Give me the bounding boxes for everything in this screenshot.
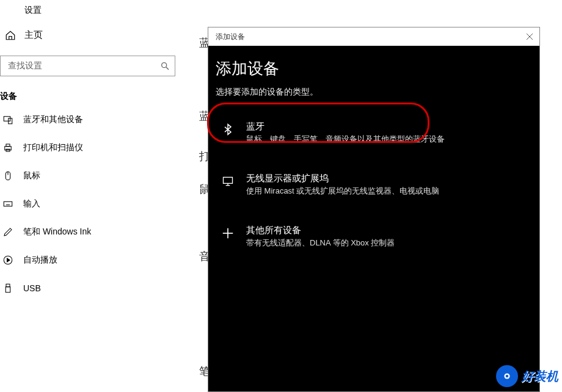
pen-icon bbox=[2, 227, 13, 238]
svg-rect-21 bbox=[224, 177, 233, 183]
svg-rect-2 bbox=[4, 117, 10, 122]
option-desc: 使用 Miracast 或无线扩展坞的无线监视器、电视或电脑 bbox=[246, 186, 439, 197]
svg-rect-4 bbox=[5, 147, 12, 150]
watermark-text: 好装机 bbox=[522, 368, 558, 385]
device-option-bluetooth[interactable]: 蓝牙 鼠标、键盘、手写笔、音频设备以及其他类型的蓝牙设备 bbox=[216, 115, 532, 151]
watermark: 好装机 bbox=[496, 365, 558, 387]
home-label: 主页 bbox=[24, 29, 43, 41]
sidebar-item-typing[interactable]: 输入 bbox=[0, 190, 183, 218]
svg-marker-16 bbox=[7, 258, 10, 262]
settings-sidebar: 设置 主页 查找设置 设备 蓝牙和其他设备 打印机和扫描仪 鼠标 bbox=[0, 0, 183, 392]
dialog-titlebar-title: 添加设备 bbox=[216, 32, 245, 42]
option-title: 其他所有设备 bbox=[246, 225, 395, 236]
search-input[interactable]: 查找设置 bbox=[0, 56, 175, 76]
printer-icon bbox=[2, 142, 13, 153]
dialog-heading: 添加设备 bbox=[216, 58, 532, 79]
svg-line-1 bbox=[166, 67, 169, 70]
close-icon[interactable] bbox=[526, 33, 533, 40]
sidebar-item-usb[interactable]: USB bbox=[0, 274, 183, 302]
svg-point-28 bbox=[506, 375, 509, 378]
option-title: 无线显示器或扩展坞 bbox=[246, 173, 439, 184]
sidebar-item-home[interactable]: 主页 bbox=[0, 21, 183, 49]
mouse-icon bbox=[2, 170, 13, 181]
search-icon bbox=[160, 61, 170, 71]
svg-rect-5 bbox=[6, 144, 10, 147]
dialog-body: 添加设备 选择要添加的设备的类型。 蓝牙 鼠标、键盘、手写笔、音频设备以及其他类… bbox=[208, 46, 539, 391]
bluetooth-icon bbox=[221, 122, 235, 137]
svg-rect-9 bbox=[4, 201, 12, 206]
sidebar-item-pen[interactable]: 笔和 Windows Ink bbox=[0, 218, 183, 246]
option-desc: 鼠标、键盘、手写笔、音频设备以及其他类型的蓝牙设备 bbox=[246, 134, 445, 145]
usb-icon bbox=[2, 283, 13, 294]
sidebar-item-label: 蓝牙和其他设备 bbox=[23, 114, 83, 125]
dialog-subheading: 选择要添加的设备的类型。 bbox=[216, 87, 532, 98]
search-placeholder: 查找设置 bbox=[8, 60, 160, 71]
plus-icon bbox=[221, 226, 235, 241]
watermark-logo-icon bbox=[496, 365, 518, 387]
sidebar-item-label: 自动播放 bbox=[23, 255, 57, 266]
svg-rect-17 bbox=[6, 284, 10, 287]
sidebar-item-label: 笔和 Windows Ink bbox=[23, 227, 91, 238]
keyboard-icon bbox=[2, 198, 13, 209]
sidebar-item-label: 鼠标 bbox=[23, 170, 40, 181]
home-icon bbox=[5, 30, 16, 41]
display-icon bbox=[221, 174, 235, 189]
option-desc: 带有无线适配器、DLNA 等的 Xbox 控制器 bbox=[246, 238, 395, 249]
settings-title-text: 设置 bbox=[24, 5, 42, 16]
svg-point-0 bbox=[162, 63, 167, 68]
sidebar-item-bluetooth[interactable]: 蓝牙和其他设备 bbox=[0, 106, 183, 134]
add-device-dialog: 添加设备 添加设备 选择要添加的设备的类型。 蓝牙 鼠标、键盘、手写笔、音频设备… bbox=[208, 27, 540, 392]
device-option-everything-else[interactable]: 其他所有设备 带有无线适配器、DLNA 等的 Xbox 控制器 bbox=[216, 219, 532, 255]
sidebar-item-autoplay[interactable]: 自动播放 bbox=[0, 246, 183, 274]
sidebar-item-printers[interactable]: 打印机和扫描仪 bbox=[0, 134, 183, 162]
sidebar-category: 设备 bbox=[0, 91, 183, 102]
sidebar-item-mouse[interactable]: 鼠标 bbox=[0, 162, 183, 190]
sidebar-item-label: 输入 bbox=[23, 198, 40, 209]
option-title: 蓝牙 bbox=[246, 121, 445, 132]
settings-title: 设置 bbox=[0, 0, 183, 21]
dialog-titlebar: 添加设备 bbox=[208, 27, 539, 46]
autoplay-icon bbox=[2, 255, 13, 266]
device-option-wireless-display[interactable]: 无线显示器或扩展坞 使用 Miracast 或无线扩展坞的无线监视器、电视或电脑 bbox=[216, 167, 532, 203]
bluetooth-devices-icon bbox=[2, 114, 13, 125]
sidebar-item-label: USB bbox=[23, 283, 41, 293]
svg-rect-18 bbox=[5, 287, 10, 292]
sidebar-item-label: 打印机和扫描仪 bbox=[23, 142, 83, 153]
